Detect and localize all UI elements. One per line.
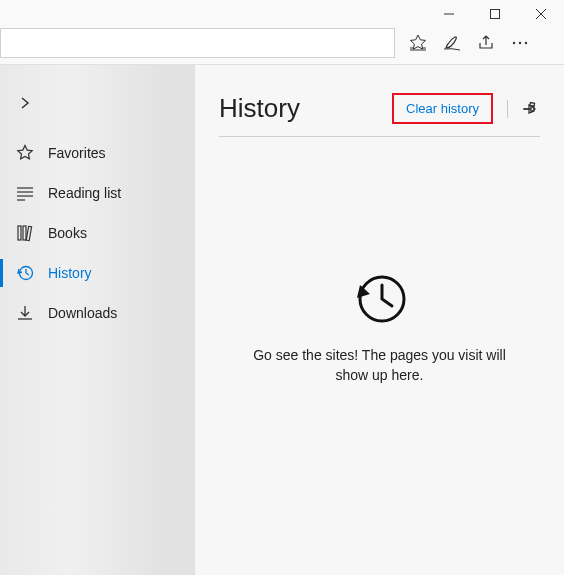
download-icon: [16, 304, 34, 322]
clear-history-button[interactable]: Clear history: [392, 93, 493, 124]
share-icon: [477, 34, 495, 52]
sidebar-item-label: Favorites: [48, 145, 106, 161]
books-icon: [16, 224, 34, 242]
address-bar[interactable]: [0, 28, 395, 58]
sidebar-item-label: Downloads: [48, 305, 117, 321]
maximize-icon: [490, 9, 500, 19]
svg-point-7: [513, 42, 515, 44]
close-button[interactable]: [518, 0, 564, 28]
content-area: Favorites Reading list Books: [0, 64, 564, 575]
sidebar-item-reading-list[interactable]: Reading list: [0, 173, 195, 213]
page-title: History: [219, 93, 300, 124]
history-empty-icon: [350, 267, 410, 327]
more-icon: [511, 34, 529, 52]
header-actions: Clear history: [392, 93, 540, 124]
notes-button[interactable]: [441, 32, 463, 54]
back-button[interactable]: [0, 87, 195, 119]
pin-icon: [522, 101, 538, 117]
hub-sidebar: Favorites Reading list Books: [0, 65, 195, 575]
star-outline-icon: [16, 144, 34, 162]
svg-point-8: [519, 42, 521, 44]
svg-rect-1: [491, 10, 500, 19]
browser-window: Favorites Reading list Books: [0, 0, 564, 575]
maximize-button[interactable]: [472, 0, 518, 28]
sidebar-item-label: History: [48, 265, 92, 281]
reading-list-icon: [16, 184, 34, 202]
sidebar-item-label: Reading list: [48, 185, 121, 201]
pin-button[interactable]: [507, 100, 540, 118]
chevron-right-icon: [18, 96, 32, 110]
share-button[interactable]: [475, 32, 497, 54]
svg-point-9: [525, 42, 527, 44]
sidebar-item-label: Books: [48, 225, 87, 241]
empty-state: Go see the sites! The pages you visit wi…: [219, 137, 540, 575]
svg-rect-15: [23, 226, 26, 240]
main-header: History Clear history: [219, 93, 540, 137]
sidebar-list: Favorites Reading list Books: [0, 133, 195, 333]
toolbar-actions: [407, 32, 541, 54]
star-icon: [409, 34, 427, 52]
pen-icon: [443, 34, 461, 52]
history-icon: [16, 264, 34, 282]
sidebar-item-books[interactable]: Books: [0, 213, 195, 253]
minimize-button[interactable]: [426, 0, 472, 28]
window-titlebar: [0, 0, 564, 28]
minimize-icon: [444, 9, 454, 19]
more-button[interactable]: [509, 32, 531, 54]
empty-message: Go see the sites! The pages you visit wi…: [250, 345, 510, 386]
svg-rect-14: [18, 226, 21, 240]
svg-rect-16: [26, 226, 31, 240]
sidebar-item-favorites[interactable]: Favorites: [0, 133, 195, 173]
sidebar-item-downloads[interactable]: Downloads: [0, 293, 195, 333]
sidebar-item-history[interactable]: History: [0, 253, 195, 293]
main-panel: History Clear history Go see the sites! …: [195, 65, 564, 575]
browser-toolbar: [0, 28, 564, 64]
favorites-button[interactable]: [407, 32, 429, 54]
close-icon: [536, 9, 546, 19]
